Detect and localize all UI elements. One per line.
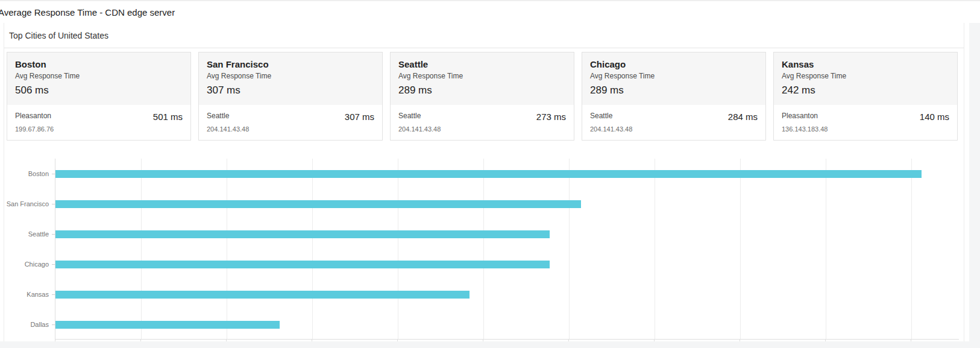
category-label: Chicago	[25, 261, 49, 268]
server-ip: 204.141.43.48	[398, 125, 441, 133]
x-tick-mark	[312, 340, 312, 341]
chart-category-axis: BostonSan FranciscoSeattleChicagoKansasD…	[4, 159, 55, 341]
bar-row	[55, 159, 959, 189]
bar-kansas[interactable]	[55, 291, 470, 299]
x-tick-mark	[55, 340, 55, 341]
chart-x-axis: 050100150200250300350400450500	[55, 340, 959, 341]
metric-card-chicago: Chicago Avg Response Time 289 ms Seattle…	[582, 52, 766, 141]
server-ip: 204.141.43.48	[207, 125, 249, 133]
card-server-row: Pleasanton 199.67.86.76 501 ms	[7, 105, 190, 140]
bar-san-francisco[interactable]	[55, 200, 581, 208]
metric-card-boston: Boston Avg Response Time 506 ms Pleasant…	[7, 52, 191, 141]
card-metric-label: Avg Response Time	[782, 72, 949, 80]
city-cards-row: Boston Avg Response Time 506 ms Pleasant…	[7, 52, 958, 141]
card-summary: Boston Avg Response Time 506 ms	[7, 52, 190, 105]
category-row: Seattle	[4, 219, 55, 249]
server-location: Seattle	[398, 112, 441, 120]
server-response-time: 307 ms	[345, 112, 374, 122]
card-metric-label: Avg Response Time	[590, 72, 758, 80]
card-metric-value: 289 ms	[590, 84, 758, 96]
x-tick-mark	[568, 340, 569, 341]
x-tick-mark	[911, 340, 911, 341]
card-city-name: Chicago	[590, 59, 758, 69]
x-tick-mark	[654, 340, 655, 341]
main-panel: Top Cities of United States Boston Avg R…	[0, 23, 969, 341]
category-row: Chicago	[4, 249, 55, 279]
category-label: Boston	[28, 170, 49, 177]
category-label: Seattle	[28, 230, 49, 238]
chart-plot	[55, 159, 959, 340]
card-metric-value: 242 ms	[782, 84, 949, 96]
card-metric-label: Avg Response Time	[15, 72, 183, 80]
chart-plot-area: 050100150200250300350400450500	[55, 159, 959, 341]
server-ip: 199.67.86.76	[15, 125, 54, 133]
card-metric-label: Avg Response Time	[207, 72, 374, 80]
card-metric-value: 289 ms	[398, 84, 566, 96]
server-location: Seattle	[207, 112, 249, 120]
x-tick-mark	[140, 340, 141, 341]
category-row: Boston	[4, 159, 55, 189]
bar-row	[55, 249, 959, 279]
bar-boston[interactable]	[55, 170, 922, 178]
card-summary: Chicago Avg Response Time 289 ms	[582, 52, 765, 105]
server-ip: 136.143.183.48	[782, 125, 828, 133]
bar-row	[55, 279, 959, 309]
server-response-time: 273 ms	[536, 112, 566, 122]
server-response-time: 140 ms	[920, 112, 949, 122]
category-label: Kansas	[27, 291, 49, 298]
bar-chicago[interactable]	[55, 261, 550, 268]
card-metric-value: 307 ms	[207, 84, 374, 96]
x-tick-mark	[825, 340, 826, 341]
card-server-row: Seattle 204.141.43.48 273 ms	[391, 105, 574, 140]
bar-row	[55, 309, 959, 340]
card-metric-label: Avg Response Time	[398, 72, 566, 80]
card-city-name: Seattle	[398, 59, 566, 69]
bar-row	[55, 189, 959, 219]
top-cities-widget: Top Cities of United States Boston Avg R…	[4, 23, 964, 341]
metric-card-kansas: Kansas Avg Response Time 242 ms Pleasant…	[773, 52, 958, 141]
card-server-row: Pleasanton 136.143.183.48 140 ms	[774, 105, 957, 140]
server-response-time: 501 ms	[153, 112, 183, 122]
x-tick-mark	[483, 340, 483, 341]
bar-seattle[interactable]	[55, 230, 550, 238]
category-label: San Francisco	[7, 200, 49, 207]
card-city-name: San Francisco	[207, 59, 374, 69]
server-location: Pleasanton	[15, 112, 54, 120]
x-tick-mark	[740, 340, 740, 341]
category-row: Dallas	[4, 309, 55, 340]
card-summary: Seattle Avg Response Time 289 ms	[391, 52, 574, 105]
page-title: Average Response Time - CDN edge server	[0, 7, 175, 17]
dashboard-page: Average Response Time - CDN edge server …	[0, 0, 980, 348]
card-city-name: Boston	[15, 59, 183, 69]
server-response-time: 284 ms	[728, 112, 758, 122]
section-title: Top Cities of United States	[4, 23, 964, 48]
category-row: Kansas	[4, 279, 55, 309]
metric-card-san-francisco: San Francisco Avg Response Time 307 ms S…	[198, 52, 383, 141]
widget-header: Average Response Time - CDN edge server	[0, 0, 980, 23]
x-tick-mark	[397, 340, 398, 341]
server-location: Seattle	[590, 112, 632, 120]
metric-card-seattle: Seattle Avg Response Time 289 ms Seattle…	[390, 52, 574, 141]
category-row: San Francisco	[4, 189, 55, 219]
card-metric-value: 506 ms	[15, 84, 183, 96]
card-server-row: Seattle 204.141.43.48 284 ms	[582, 105, 765, 140]
card-city-name: Kansas	[782, 59, 949, 69]
bar-dallas[interactable]	[55, 321, 280, 329]
card-summary: San Francisco Avg Response Time 307 ms	[199, 52, 382, 105]
card-summary: Kansas Avg Response Time 242 ms	[774, 52, 957, 105]
x-tick-mark	[226, 340, 227, 341]
server-location: Pleasanton	[782, 112, 828, 120]
card-server-row: Seattle 204.141.43.48 307 ms	[199, 105, 382, 140]
category-label: Dallas	[30, 321, 49, 328]
response-time-bar-chart: BostonSan FranciscoSeattleChicagoKansasD…	[4, 159, 959, 341]
bar-row	[55, 219, 959, 249]
server-ip: 204.141.43.48	[590, 125, 632, 133]
